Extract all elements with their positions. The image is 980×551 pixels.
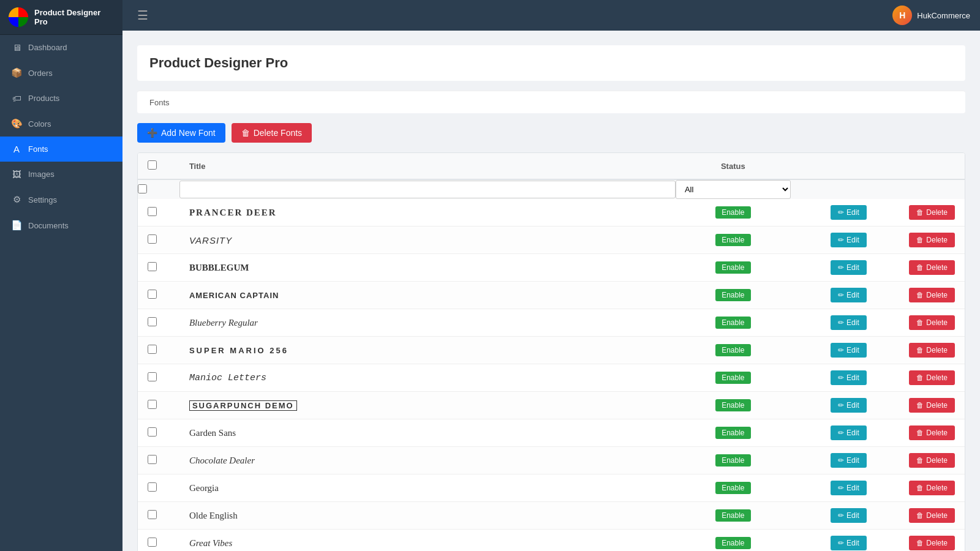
edit-button[interactable]: ✏ Edit: [831, 205, 867, 220]
status-badge: Enable: [715, 317, 750, 329]
row-checkbox[interactable]: [148, 427, 157, 437]
edit-button[interactable]: ✏ Edit: [831, 508, 867, 523]
font-title: Manioc Letters: [189, 373, 266, 383]
row-checkbox[interactable]: [148, 234, 157, 244]
sidebar-item-images[interactable]: 🖼 Images: [0, 162, 123, 187]
toolbar: ➕ Add New Font 🗑 Delete Fonts: [137, 123, 965, 143]
trash-icon: 🗑: [916, 291, 924, 299]
pencil-icon: ✏: [838, 236, 844, 244]
delete-button[interactable]: 🗑 Delete: [909, 536, 955, 550]
edit-button[interactable]: ✏ Edit: [831, 315, 867, 330]
edit-button[interactable]: ✏ Edit: [831, 233, 867, 247]
row-checkbox[interactable]: [148, 372, 157, 381]
edit-label: Edit: [846, 318, 859, 327]
delete-label: Delete: [926, 318, 948, 327]
pencil-icon: ✏: [838, 484, 844, 492]
sidebar-item-documents[interactable]: 📄 Documents: [0, 212, 123, 238]
row-checkbox[interactable]: [148, 317, 157, 326]
table-row: PRANCER DEER Enable ✏ Edit 🗑 Delete: [138, 199, 965, 227]
filter-checkbox[interactable]: [138, 184, 147, 193]
sidebar-item-orders[interactable]: 📦 Orders: [0, 60, 123, 86]
pencil-icon: ✏: [838, 346, 844, 354]
edit-button[interactable]: ✏ Edit: [831, 260, 867, 275]
trash-icon: 🗑: [916, 318, 924, 327]
sidebar-item-dashboard[interactable]: 🖥 Dashboard: [0, 35, 123, 60]
row-checkbox[interactable]: [148, 482, 157, 492]
status-badge: Enable: [715, 372, 750, 384]
hamburger-button[interactable]: ☰: [132, 6, 153, 25]
edit-button[interactable]: ✏ Edit: [831, 536, 867, 550]
trash-icon: 🗑: [916, 539, 924, 547]
row-checkbox[interactable]: [148, 345, 157, 354]
delete-button[interactable]: 🗑 Delete: [909, 260, 955, 275]
pencil-icon: ✏: [838, 208, 844, 217]
table-row: Manioc Letters Enable ✏ Edit 🗑 Delete: [138, 364, 965, 392]
font-title: Olde English: [189, 511, 238, 520]
app-logo-icon: [9, 7, 28, 27]
delete-button[interactable]: 🗑 Delete: [909, 508, 955, 523]
row-checkbox[interactable]: [148, 207, 157, 216]
status-badge: Enable: [715, 344, 750, 356]
delete-button[interactable]: 🗑 Delete: [909, 315, 955, 330]
edit-button[interactable]: ✏ Edit: [831, 343, 867, 358]
delete-button[interactable]: 🗑 Delete: [909, 343, 955, 358]
add-font-button[interactable]: ➕ Add New Font: [137, 123, 225, 143]
trash-icon: 🗑: [916, 456, 924, 465]
fonts-table-body: PRANCER DEER Enable ✏ Edit 🗑 Delete: [138, 199, 965, 551]
delete-button[interactable]: 🗑 Delete: [909, 453, 955, 468]
sidebar-item-label: Products: [28, 94, 59, 103]
hamburger-icon: ☰: [137, 9, 148, 22]
edit-button[interactable]: ✏ Edit: [831, 453, 867, 468]
trash-icon: 🗑: [916, 401, 924, 410]
sidebar-item-fonts[interactable]: A Fonts: [0, 137, 123, 162]
trash-icon: 🗑: [916, 511, 924, 520]
delete-button[interactable]: 🗑 Delete: [909, 233, 955, 247]
trash-icon: 🗑: [916, 208, 924, 217]
pencil-icon: ✏: [838, 373, 844, 382]
edit-button[interactable]: ✏ Edit: [831, 481, 867, 495]
row-checkbox[interactable]: [148, 262, 157, 271]
delete-label: Delete: [926, 373, 948, 382]
delete-fonts-button[interactable]: 🗑 Delete Fonts: [232, 123, 312, 143]
delete-button[interactable]: 🗑 Delete: [909, 370, 955, 385]
delete-button[interactable]: 🗑 Delete: [909, 398, 955, 413]
delete-button[interactable]: 🗑 Delete: [909, 481, 955, 495]
orders-icon: 📦: [11, 67, 22, 78]
page-title-area: Product Designer Pro: [137, 45, 965, 81]
edit-button[interactable]: ✏ Edit: [831, 370, 867, 385]
delete-button[interactable]: 🗑 Delete: [909, 288, 955, 302]
plus-icon: ➕: [147, 128, 157, 138]
font-title: Blueberry Regular: [189, 318, 258, 328]
edit-label: Edit: [846, 291, 859, 299]
delete-label: Delete: [926, 539, 948, 547]
row-checkbox[interactable]: [148, 400, 157, 409]
select-all-checkbox[interactable]: [148, 160, 157, 170]
edit-button[interactable]: ✏ Edit: [831, 288, 867, 302]
user-info: H HukCommerce: [892, 6, 970, 25]
sidebar-item-colors[interactable]: 🎨 Colors: [0, 111, 123, 137]
trash-icon: 🗑: [916, 236, 924, 244]
row-checkbox[interactable]: [148, 510, 157, 519]
sidebar-item-products[interactable]: 🏷 Products: [0, 86, 123, 111]
col-status-header: Status: [721, 162, 745, 171]
delete-button[interactable]: 🗑 Delete: [909, 205, 955, 220]
status-filter-select[interactable]: All Enable Disable: [676, 180, 791, 199]
delete-button[interactable]: 🗑 Delete: [909, 425, 955, 440]
row-checkbox[interactable]: [148, 290, 157, 299]
row-checkbox[interactable]: [148, 538, 157, 547]
font-title: Garden Sans: [189, 428, 236, 438]
sidebar: Product Designer Pro 🖥 Dashboard 📦 Order…: [0, 0, 123, 551]
documents-icon: 📄: [11, 220, 22, 231]
title-filter-input[interactable]: [179, 181, 676, 198]
edit-button[interactable]: ✏ Edit: [831, 425, 867, 440]
fonts-table: Title Status: [137, 152, 965, 551]
pencil-icon: ✏: [838, 429, 844, 437]
edit-button[interactable]: ✏ Edit: [831, 398, 867, 413]
table-row: AMERICAN CAPTAIN Enable ✏ Edit 🗑 Delete: [138, 282, 965, 309]
avatar: H: [892, 6, 912, 25]
sidebar-item-settings[interactable]: ⚙ Settings: [0, 187, 123, 212]
pencil-icon: ✏: [838, 539, 844, 547]
row-checkbox[interactable]: [148, 455, 157, 464]
pencil-icon: ✏: [838, 291, 844, 299]
trash-icon: 🗑: [241, 128, 250, 138]
